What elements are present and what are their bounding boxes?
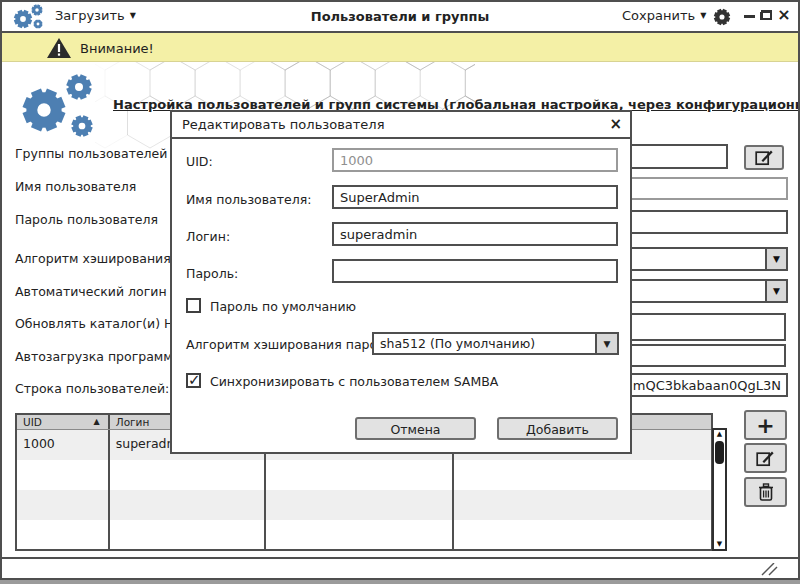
login-field[interactable]: superadmin <box>332 222 618 246</box>
table-cell <box>17 460 110 490</box>
password-field[interactable] <box>332 259 618 283</box>
label-user-name: Имя пользователя <box>15 179 136 194</box>
default-password-checkbox-label: Пароль по умолчанию <box>210 299 356 314</box>
edit-user-button[interactable] <box>744 443 787 473</box>
label-update-home: Обновлять каталог(и) HOM <box>15 316 194 331</box>
check-icon: ✓ <box>188 374 199 386</box>
title-bar: Загрузить▼ Пользователи и группы Сохрани… <box>0 0 800 33</box>
table-cell <box>454 520 711 550</box>
maximize-button[interactable] <box>758 6 774 24</box>
dialog-title-bar: Редактировать пользователя × <box>172 112 630 139</box>
dialog-hash-select[interactable]: sha512 (По умолчанию) ▼ <box>372 332 619 355</box>
table-scrollbar[interactable]: ▲ ▼ <box>712 428 727 551</box>
dialog-close-icon[interactable]: × <box>609 115 622 133</box>
scroll-down-icon[interactable]: ▼ <box>714 540 725 548</box>
resize-grip-icon[interactable] <box>760 563 778 576</box>
table-cell <box>266 550 453 551</box>
samba-sync-checkbox[interactable]: ✓ <box>186 373 201 388</box>
table-row[interactable] <box>17 490 711 520</box>
table-cell <box>110 550 267 551</box>
table-cell <box>17 550 110 551</box>
table-column-header[interactable]: UID▲ <box>17 415 110 429</box>
table-cell: 1000 <box>17 430 110 460</box>
label-auto-login: Автоматический логин пол <box>15 284 194 299</box>
settings-gear-icon[interactable] <box>712 7 732 27</box>
minimize-button[interactable] <box>742 6 758 24</box>
table-cell <box>454 490 711 520</box>
table-row[interactable] <box>17 520 711 550</box>
save-menu-button[interactable]: Сохранить▼ <box>622 8 706 23</box>
samba-sync-checkbox-label: Синхронизировать с пользователем SAMBA <box>210 374 498 389</box>
warning-text: Внимание! <box>80 41 154 56</box>
label-autostart: Автозагрузка программ по <box>15 349 192 364</box>
table-cell <box>110 460 267 490</box>
sort-ascending-icon: ▲ <box>94 417 100 426</box>
table-cell <box>266 520 453 550</box>
dialog-hash-value: sha512 (По умолчанию) <box>374 334 617 351</box>
pencil-square-icon <box>756 450 775 467</box>
label-user-password: Пароль пользователя <box>15 212 158 227</box>
chevron-down-icon: ▼ <box>700 11 706 20</box>
status-bar <box>0 557 800 578</box>
pencil-square-icon <box>755 149 774 166</box>
edit-user-dialog: Редактировать пользователя × UID: 1000 И… <box>170 110 632 454</box>
dialog-hash-label: Алгоритм хэширования пароля: <box>186 337 397 352</box>
table-cell <box>17 490 110 520</box>
default-password-checkbox[interactable]: ✓ <box>186 298 201 313</box>
close-button[interactable]: × <box>776 6 792 24</box>
name-label: Имя пользователя: <box>186 192 311 207</box>
table-cell <box>266 460 453 490</box>
uid-label: UID: <box>186 154 213 169</box>
name-field[interactable]: SuperAdmin <box>332 185 618 209</box>
minimize-icon <box>744 15 755 18</box>
close-icon: × <box>776 6 792 24</box>
table-row[interactable] <box>17 460 711 490</box>
label-user-groups: Группы пользователей (по <box>15 146 192 161</box>
table-cell <box>454 550 711 551</box>
dialog-title: Редактировать пользователя <box>182 117 384 132</box>
warning-bar: Внимание! <box>0 33 800 62</box>
add-user-button[interactable]: + <box>744 410 787 440</box>
label-users-string: Строка пользователей: <box>15 381 169 396</box>
login-label: Логин: <box>186 229 230 244</box>
app-window: Загрузить▼ Пользователи и группы Сохрани… <box>0 0 800 580</box>
edit-groups-button[interactable] <box>744 145 784 170</box>
uid-field[interactable]: 1000 <box>332 148 618 172</box>
password-label: Пароль: <box>186 266 238 281</box>
page-gears-logo-icon <box>16 70 108 142</box>
table-cell <box>110 520 267 550</box>
cancel-button[interactable]: Отмена <box>355 417 476 440</box>
add-button[interactable]: Добавить <box>497 417 618 440</box>
scroll-up-icon[interactable]: ▲ <box>714 430 725 438</box>
trash-icon <box>758 483 774 501</box>
table-cell <box>110 490 267 520</box>
table-cell <box>17 520 110 550</box>
plus-icon: + <box>756 413 774 438</box>
chevron-down-icon: ▼ <box>765 281 786 301</box>
table-row[interactable] <box>17 550 711 551</box>
maximize-icon <box>761 10 772 20</box>
chevron-down-icon: ▼ <box>765 249 786 269</box>
chevron-down-icon: ▼ <box>595 334 617 353</box>
warning-triangle-icon <box>46 37 72 59</box>
scrollbar-thumb[interactable] <box>715 441 724 464</box>
table-cell <box>454 460 711 490</box>
table-cell <box>266 490 453 520</box>
delete-user-button[interactable] <box>744 477 787 507</box>
